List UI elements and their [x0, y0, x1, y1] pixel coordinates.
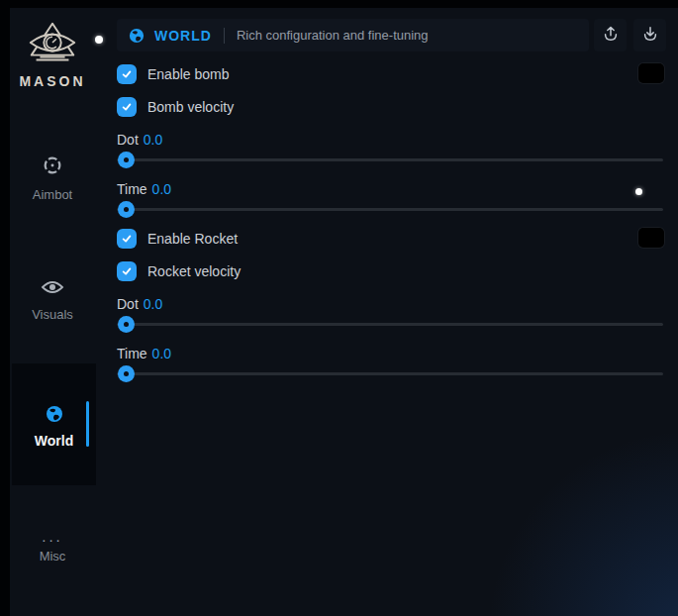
slider-value: 0.0 — [152, 181, 171, 197]
crosshair-icon — [10, 154, 95, 180]
page-header: WORLD Rich configuration and fine-tuning — [117, 19, 589, 51]
brand-name: MASON — [10, 73, 95, 89]
sidebar-item-label: Aimbot — [10, 187, 95, 202]
bomb-time-slider[interactable] — [117, 201, 663, 218]
enable-rocket-label: Enable Rocket — [147, 231, 238, 247]
slider-track[interactable] — [117, 158, 663, 161]
enable-bomb-checkbox[interactable] — [117, 64, 137, 84]
bomb-time-slider-label: Time0.0 — [117, 181, 171, 197]
slider-name: Dot — [117, 296, 139, 312]
sidebar: MASON Aimbot Visuals — [10, 8, 105, 616]
slider-value: 0.0 — [144, 296, 162, 312]
slider-track[interactable] — [117, 208, 663, 211]
ellipsis-icon: ... — [10, 533, 95, 541]
slider-name: Time — [117, 181, 147, 197]
enable-bomb-label: Enable bomb — [147, 66, 230, 82]
bomb-dot-slider[interactable] — [117, 152, 663, 168]
sidebar-item-label: Misc — [10, 549, 95, 564]
globe-icon — [46, 405, 63, 427]
slider-track[interactable] — [117, 372, 663, 375]
rocket-velocity-label: Rocket velocity — [147, 263, 241, 279]
eye-icon — [10, 278, 95, 300]
rocket-color-swatch[interactable] — [638, 228, 664, 248]
sidebar-item-world[interactable]: World — [12, 363, 96, 485]
page-title: WORLD — [154, 28, 212, 44]
upload-icon — [601, 24, 621, 48]
bomb-color-swatch[interactable] — [638, 63, 664, 83]
bomb-velocity-row: Bomb velocity — [117, 97, 234, 117]
slider-value: 0.0 — [144, 132, 162, 148]
active-indicator-bar — [86, 401, 89, 447]
content-panel: WORLD Rich configuration and fine-tuning — [117, 8, 671, 616]
rocket-time-slider[interactable] — [117, 365, 663, 382]
enable-rocket-row: Enable Rocket — [117, 229, 238, 249]
sidebar-item-label: World — [12, 433, 96, 449]
globe-icon — [129, 28, 145, 44]
slider-track[interactable] — [117, 323, 663, 326]
slider-name: Time — [117, 346, 147, 361]
slider-handle[interactable] — [118, 201, 135, 218]
slider-value: 0.0 — [152, 346, 171, 361]
app-window: MASON Aimbot Visuals — [10, 8, 678, 616]
sidebar-item-aimbot[interactable]: Aimbot — [10, 154, 95, 202]
masonic-eye-logo-icon — [10, 20, 95, 69]
download-config-button[interactable] — [633, 19, 666, 51]
slider-handle[interactable] — [118, 152, 135, 168]
bomb-velocity-label: Bomb velocity — [147, 99, 234, 115]
slider-name: Dot — [117, 132, 139, 148]
app-logo: MASON — [10, 20, 95, 89]
rocket-dot-slider[interactable] — [117, 316, 663, 333]
cursor-dot — [95, 36, 103, 44]
upload-config-button[interactable] — [594, 19, 627, 51]
rocket-dot-slider-label: Dot0.0 — [117, 296, 162, 312]
bomb-dot-slider-label: Dot0.0 — [117, 132, 162, 148]
sidebar-item-label: Visuals — [10, 307, 95, 322]
cursor-dot — [635, 188, 642, 195]
rocket-velocity-row: Rocket velocity — [117, 261, 241, 281]
rocket-time-slider-label: Time0.0 — [117, 346, 171, 361]
sidebar-item-visuals[interactable]: Visuals — [10, 278, 95, 322]
header-divider — [224, 28, 225, 44]
download-icon — [640, 24, 660, 48]
enable-bomb-row: Enable bomb — [117, 64, 230, 84]
rocket-velocity-checkbox[interactable] — [117, 261, 137, 281]
page-subtitle: Rich configuration and fine-tuning — [237, 28, 429, 43]
slider-handle[interactable] — [118, 316, 135, 333]
sidebar-item-misc[interactable]: ... Misc — [10, 533, 95, 564]
slider-handle[interactable] — [118, 365, 135, 382]
enable-rocket-checkbox[interactable] — [117, 229, 137, 249]
bomb-velocity-checkbox[interactable] — [117, 97, 137, 117]
